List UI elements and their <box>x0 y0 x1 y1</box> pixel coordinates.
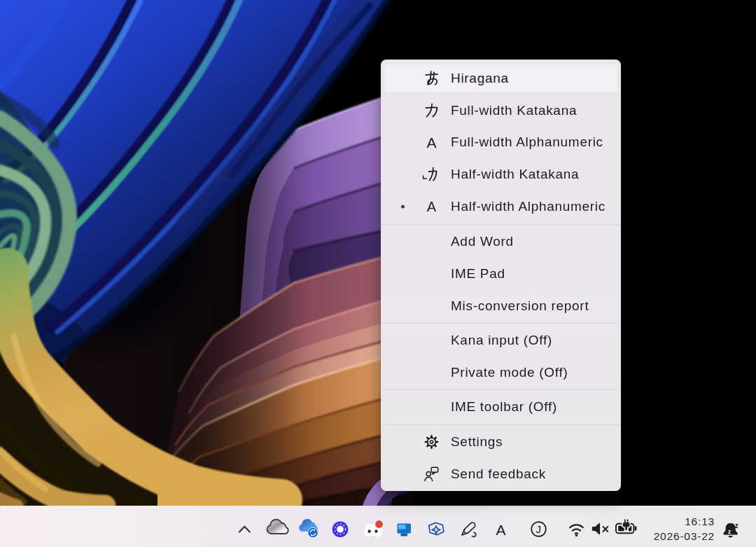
svg-text:z: z <box>735 521 739 529</box>
svg-text:A: A <box>426 134 436 151</box>
svg-text:J: J <box>536 523 542 535</box>
svg-text:A: A <box>496 522 506 538</box>
svg-text:A: A <box>427 199 437 214</box>
svg-text:z: z <box>728 528 732 535</box>
